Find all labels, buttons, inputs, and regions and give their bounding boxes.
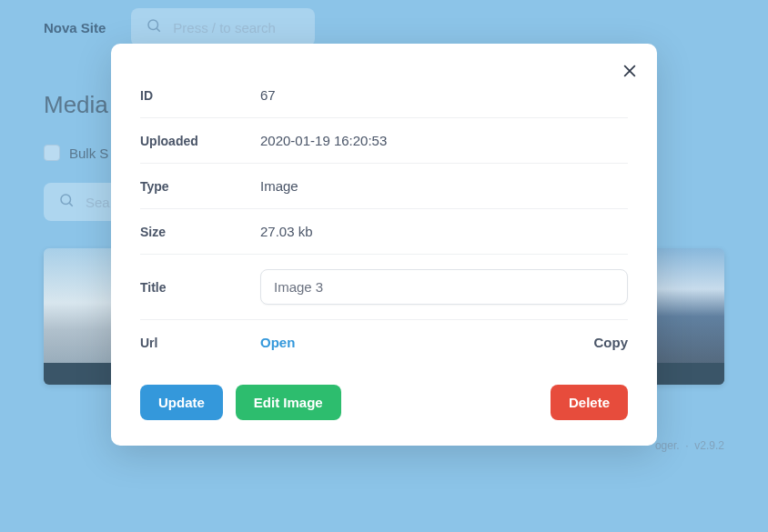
field-url: Url Open Copy [140, 320, 628, 365]
field-value: 27.03 kb [260, 224, 628, 239]
field-label: Type [140, 179, 260, 194]
field-label: Title [140, 280, 260, 295]
field-id: ID 67 [140, 78, 628, 118]
delete-button[interactable]: Delete [551, 385, 628, 420]
close-button[interactable] [621, 62, 639, 84]
field-label: Size [140, 225, 260, 239]
update-button[interactable]: Update [140, 385, 223, 420]
media-detail-modal: ID 67 Uploaded 2020-01-19 16:20:53 Type … [111, 44, 657, 446]
field-size: Size 27.03 kb [140, 209, 628, 255]
url-open-link[interactable]: Open [260, 335, 295, 350]
field-label: Url [140, 336, 260, 350]
edit-image-button[interactable]: Edit Image [236, 385, 341, 420]
modal-actions: Update Edit Image Delete [140, 385, 628, 420]
close-icon [621, 67, 639, 83]
field-value: 2020-01-19 16:20:53 [260, 133, 628, 148]
url-copy-button[interactable]: Copy [594, 335, 629, 350]
field-uploaded: Uploaded 2020-01-19 16:20:53 [140, 118, 628, 164]
field-value: Image [260, 178, 628, 194]
field-title: Title [140, 255, 628, 320]
field-value: 67 [260, 87, 628, 103]
title-input[interactable] [260, 269, 628, 305]
modal-overlay: ID 67 Uploaded 2020-01-19 16:20:53 Type … [0, 0, 768, 532]
field-label: ID [140, 88, 260, 103]
field-type: Type Image [140, 164, 628, 209]
field-label: Uploaded [140, 134, 260, 148]
